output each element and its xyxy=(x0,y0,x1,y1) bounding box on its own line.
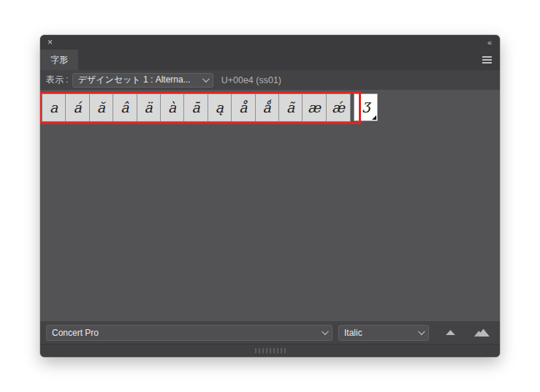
selected-glyph: Ʒ xyxy=(362,99,370,115)
chevron-down-icon xyxy=(418,328,425,335)
glyph-cell[interactable]: ä xyxy=(137,94,161,121)
display-set-value: デザインセット 1 : Alterna... xyxy=(78,74,191,86)
font-style-value: Italic xyxy=(344,328,362,338)
glyph-cell[interactable]: à xyxy=(161,94,184,121)
glyph-cell[interactable]: ą xyxy=(208,94,232,121)
font-family-dropdown[interactable]: Concert Pro xyxy=(46,325,332,341)
panel-bottom-strip xyxy=(40,344,500,357)
glyph-cell[interactable]: å xyxy=(232,94,255,121)
resize-grip[interactable] xyxy=(255,348,286,353)
small-mountain-icon xyxy=(445,329,456,336)
alternates-badge-icon xyxy=(372,115,376,120)
tab-bar-spacer xyxy=(78,50,482,70)
close-icon[interactable]: × xyxy=(47,38,53,47)
glyph-row: a á ă â ä à ā ą å ǻ xyxy=(42,93,378,122)
glyph-cell[interactable]: â xyxy=(113,94,137,121)
glyph-cell[interactable]: ǻ xyxy=(256,94,279,121)
show-label: 表示 : xyxy=(46,74,69,86)
display-toolbar: 表示 : デザインセット 1 : Alterna... U+00e4 (ss01… xyxy=(40,70,500,90)
glyph-cell[interactable]: ă xyxy=(90,94,113,121)
glyph-cell[interactable]: á xyxy=(66,94,89,121)
panel-titlebar: × « xyxy=(40,35,500,50)
glyphs-panel: × « 字形 表示 : デザインセット 1 : Alterna... U+00e… xyxy=(40,35,500,357)
glyph-cell[interactable]: æ xyxy=(303,94,326,121)
chevron-down-icon xyxy=(202,75,210,82)
large-mountain-icon xyxy=(474,328,490,337)
panel-menu-icon[interactable] xyxy=(482,55,492,65)
glyph-cell[interactable]: a xyxy=(42,94,66,121)
glyph-cell[interactable]: ǽ xyxy=(327,94,350,121)
display-set-dropdown[interactable]: デザインセット 1 : Alterna... xyxy=(72,73,213,88)
collapse-panel-icon[interactable]: « xyxy=(487,39,493,47)
font-style-dropdown[interactable]: Italic xyxy=(338,325,429,341)
font-family-value: Concert Pro xyxy=(52,328,99,338)
glyph-cell[interactable]: ā xyxy=(184,94,208,121)
chevron-down-icon xyxy=(322,328,329,335)
font-toolbar: Concert Pro Italic xyxy=(40,321,500,344)
glyph-cells: a á ă â ä à ā ą å ǻ xyxy=(42,93,351,122)
glyph-cell-selected[interactable]: Ʒ xyxy=(354,93,378,121)
zoom-in-button[interactable] xyxy=(474,328,490,337)
tab-glyphs-label: 字形 xyxy=(50,54,68,66)
tab-glyphs[interactable]: 字形 xyxy=(40,50,78,70)
glyph-cell[interactable]: ã xyxy=(279,94,303,121)
glyph-grid-area: a á ă â ä à ā ą å ǻ xyxy=(40,90,500,321)
unicode-status: U+00e4 (ss01) xyxy=(221,75,281,85)
panel-tab-bar: 字形 xyxy=(40,50,500,70)
zoom-out-button[interactable] xyxy=(445,329,456,336)
